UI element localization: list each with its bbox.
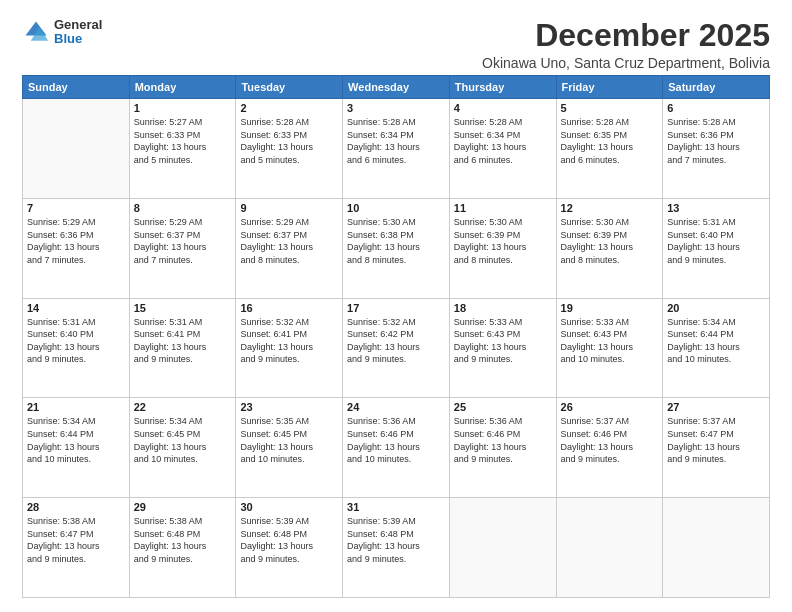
day-number: 5 xyxy=(561,102,659,114)
day-number: 20 xyxy=(667,302,765,314)
logo-blue: Blue xyxy=(54,32,102,46)
day-info: Sunrise: 5:38 AM Sunset: 6:48 PM Dayligh… xyxy=(134,515,232,565)
day-info: Sunrise: 5:35 AM Sunset: 6:45 PM Dayligh… xyxy=(240,415,338,465)
calendar-cell: 20Sunrise: 5:34 AM Sunset: 6:44 PM Dayli… xyxy=(663,298,770,398)
logo-general: General xyxy=(54,18,102,32)
day-number: 27 xyxy=(667,401,765,413)
col-header-wednesday: Wednesday xyxy=(343,76,450,99)
calendar-week-row: 1Sunrise: 5:27 AM Sunset: 6:33 PM Daylig… xyxy=(23,99,770,199)
logo-icon xyxy=(22,18,50,46)
day-number: 21 xyxy=(27,401,125,413)
day-info: Sunrise: 5:36 AM Sunset: 6:46 PM Dayligh… xyxy=(347,415,445,465)
day-number: 3 xyxy=(347,102,445,114)
calendar-cell: 14Sunrise: 5:31 AM Sunset: 6:40 PM Dayli… xyxy=(23,298,130,398)
title-block: December 2025 Okinawa Uno, Santa Cruz De… xyxy=(482,18,770,71)
day-number: 11 xyxy=(454,202,552,214)
calendar-cell: 25Sunrise: 5:36 AM Sunset: 6:46 PM Dayli… xyxy=(449,398,556,498)
calendar-cell: 24Sunrise: 5:36 AM Sunset: 6:46 PM Dayli… xyxy=(343,398,450,498)
col-header-monday: Monday xyxy=(129,76,236,99)
day-info: Sunrise: 5:29 AM Sunset: 6:36 PM Dayligh… xyxy=(27,216,125,266)
month-title: December 2025 xyxy=(482,18,770,53)
calendar-cell: 5Sunrise: 5:28 AM Sunset: 6:35 PM Daylig… xyxy=(556,99,663,199)
calendar-cell: 2Sunrise: 5:28 AM Sunset: 6:33 PM Daylig… xyxy=(236,99,343,199)
calendar-header-row: SundayMondayTuesdayWednesdayThursdayFrid… xyxy=(23,76,770,99)
calendar-cell: 10Sunrise: 5:30 AM Sunset: 6:38 PM Dayli… xyxy=(343,198,450,298)
calendar-week-row: 14Sunrise: 5:31 AM Sunset: 6:40 PM Dayli… xyxy=(23,298,770,398)
day-number: 4 xyxy=(454,102,552,114)
day-number: 13 xyxy=(667,202,765,214)
day-number: 12 xyxy=(561,202,659,214)
col-header-tuesday: Tuesday xyxy=(236,76,343,99)
day-number: 22 xyxy=(134,401,232,413)
calendar-cell: 15Sunrise: 5:31 AM Sunset: 6:41 PM Dayli… xyxy=(129,298,236,398)
calendar-cell: 29Sunrise: 5:38 AM Sunset: 6:48 PM Dayli… xyxy=(129,498,236,598)
day-number: 16 xyxy=(240,302,338,314)
day-number: 6 xyxy=(667,102,765,114)
day-info: Sunrise: 5:34 AM Sunset: 6:45 PM Dayligh… xyxy=(134,415,232,465)
day-number: 7 xyxy=(27,202,125,214)
day-info: Sunrise: 5:37 AM Sunset: 6:46 PM Dayligh… xyxy=(561,415,659,465)
col-header-sunday: Sunday xyxy=(23,76,130,99)
header: General Blue December 2025 Okinawa Uno, … xyxy=(22,18,770,71)
calendar-table: SundayMondayTuesdayWednesdayThursdayFrid… xyxy=(22,75,770,598)
calendar-page: General Blue December 2025 Okinawa Uno, … xyxy=(0,0,792,612)
col-header-thursday: Thursday xyxy=(449,76,556,99)
day-number: 23 xyxy=(240,401,338,413)
day-number: 2 xyxy=(240,102,338,114)
day-info: Sunrise: 5:28 AM Sunset: 6:33 PM Dayligh… xyxy=(240,116,338,166)
day-info: Sunrise: 5:30 AM Sunset: 6:38 PM Dayligh… xyxy=(347,216,445,266)
day-info: Sunrise: 5:32 AM Sunset: 6:42 PM Dayligh… xyxy=(347,316,445,366)
calendar-cell: 23Sunrise: 5:35 AM Sunset: 6:45 PM Dayli… xyxy=(236,398,343,498)
day-number: 19 xyxy=(561,302,659,314)
day-info: Sunrise: 5:36 AM Sunset: 6:46 PM Dayligh… xyxy=(454,415,552,465)
day-info: Sunrise: 5:30 AM Sunset: 6:39 PM Dayligh… xyxy=(561,216,659,266)
calendar-cell: 9Sunrise: 5:29 AM Sunset: 6:37 PM Daylig… xyxy=(236,198,343,298)
calendar-cell xyxy=(556,498,663,598)
calendar-cell: 31Sunrise: 5:39 AM Sunset: 6:48 PM Dayli… xyxy=(343,498,450,598)
calendar-cell: 16Sunrise: 5:32 AM Sunset: 6:41 PM Dayli… xyxy=(236,298,343,398)
day-number: 29 xyxy=(134,501,232,513)
day-number: 1 xyxy=(134,102,232,114)
calendar-cell: 26Sunrise: 5:37 AM Sunset: 6:46 PM Dayli… xyxy=(556,398,663,498)
day-info: Sunrise: 5:28 AM Sunset: 6:36 PM Dayligh… xyxy=(667,116,765,166)
day-info: Sunrise: 5:32 AM Sunset: 6:41 PM Dayligh… xyxy=(240,316,338,366)
day-info: Sunrise: 5:38 AM Sunset: 6:47 PM Dayligh… xyxy=(27,515,125,565)
calendar-cell: 1Sunrise: 5:27 AM Sunset: 6:33 PM Daylig… xyxy=(129,99,236,199)
day-info: Sunrise: 5:30 AM Sunset: 6:39 PM Dayligh… xyxy=(454,216,552,266)
day-number: 28 xyxy=(27,501,125,513)
location-subtitle: Okinawa Uno, Santa Cruz Department, Boli… xyxy=(482,55,770,71)
day-info: Sunrise: 5:39 AM Sunset: 6:48 PM Dayligh… xyxy=(240,515,338,565)
day-number: 30 xyxy=(240,501,338,513)
calendar-cell: 30Sunrise: 5:39 AM Sunset: 6:48 PM Dayli… xyxy=(236,498,343,598)
day-info: Sunrise: 5:29 AM Sunset: 6:37 PM Dayligh… xyxy=(240,216,338,266)
calendar-week-row: 28Sunrise: 5:38 AM Sunset: 6:47 PM Dayli… xyxy=(23,498,770,598)
calendar-cell: 17Sunrise: 5:32 AM Sunset: 6:42 PM Dayli… xyxy=(343,298,450,398)
day-info: Sunrise: 5:39 AM Sunset: 6:48 PM Dayligh… xyxy=(347,515,445,565)
day-number: 9 xyxy=(240,202,338,214)
day-info: Sunrise: 5:33 AM Sunset: 6:43 PM Dayligh… xyxy=(561,316,659,366)
calendar-cell: 3Sunrise: 5:28 AM Sunset: 6:34 PM Daylig… xyxy=(343,99,450,199)
calendar-cell: 28Sunrise: 5:38 AM Sunset: 6:47 PM Dayli… xyxy=(23,498,130,598)
col-header-saturday: Saturday xyxy=(663,76,770,99)
day-info: Sunrise: 5:34 AM Sunset: 6:44 PM Dayligh… xyxy=(27,415,125,465)
calendar-cell: 13Sunrise: 5:31 AM Sunset: 6:40 PM Dayli… xyxy=(663,198,770,298)
calendar-cell: 4Sunrise: 5:28 AM Sunset: 6:34 PM Daylig… xyxy=(449,99,556,199)
day-info: Sunrise: 5:31 AM Sunset: 6:41 PM Dayligh… xyxy=(134,316,232,366)
calendar-cell: 22Sunrise: 5:34 AM Sunset: 6:45 PM Dayli… xyxy=(129,398,236,498)
day-number: 18 xyxy=(454,302,552,314)
logo-text: General Blue xyxy=(54,18,102,47)
calendar-cell: 18Sunrise: 5:33 AM Sunset: 6:43 PM Dayli… xyxy=(449,298,556,398)
day-info: Sunrise: 5:27 AM Sunset: 6:33 PM Dayligh… xyxy=(134,116,232,166)
day-number: 14 xyxy=(27,302,125,314)
calendar-cell xyxy=(449,498,556,598)
logo: General Blue xyxy=(22,18,102,47)
day-info: Sunrise: 5:31 AM Sunset: 6:40 PM Dayligh… xyxy=(27,316,125,366)
day-number: 17 xyxy=(347,302,445,314)
day-number: 8 xyxy=(134,202,232,214)
day-number: 15 xyxy=(134,302,232,314)
calendar-cell: 27Sunrise: 5:37 AM Sunset: 6:47 PM Dayli… xyxy=(663,398,770,498)
day-info: Sunrise: 5:34 AM Sunset: 6:44 PM Dayligh… xyxy=(667,316,765,366)
day-info: Sunrise: 5:28 AM Sunset: 6:34 PM Dayligh… xyxy=(454,116,552,166)
day-number: 26 xyxy=(561,401,659,413)
day-info: Sunrise: 5:28 AM Sunset: 6:35 PM Dayligh… xyxy=(561,116,659,166)
